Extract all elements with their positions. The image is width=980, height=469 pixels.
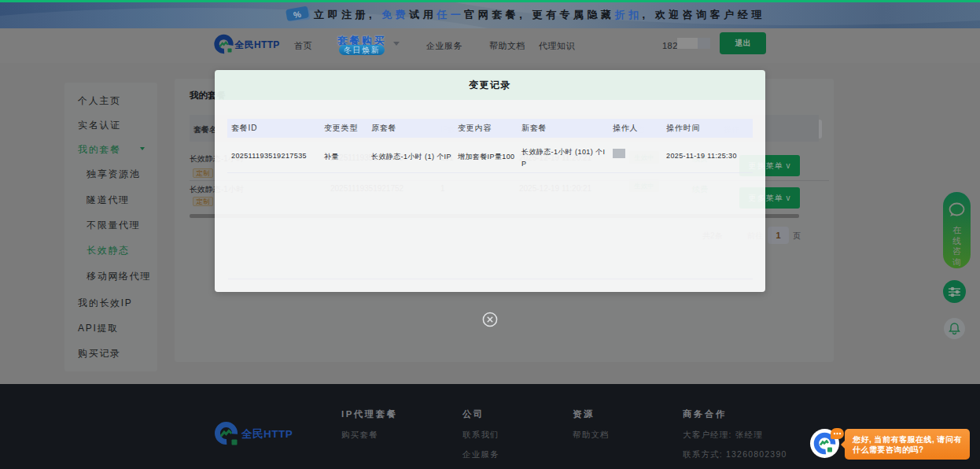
svg-text:全民HTTP: 全民HTTP [234, 39, 280, 50]
svg-text:全民HTTP: 全民HTTP [241, 428, 293, 440]
